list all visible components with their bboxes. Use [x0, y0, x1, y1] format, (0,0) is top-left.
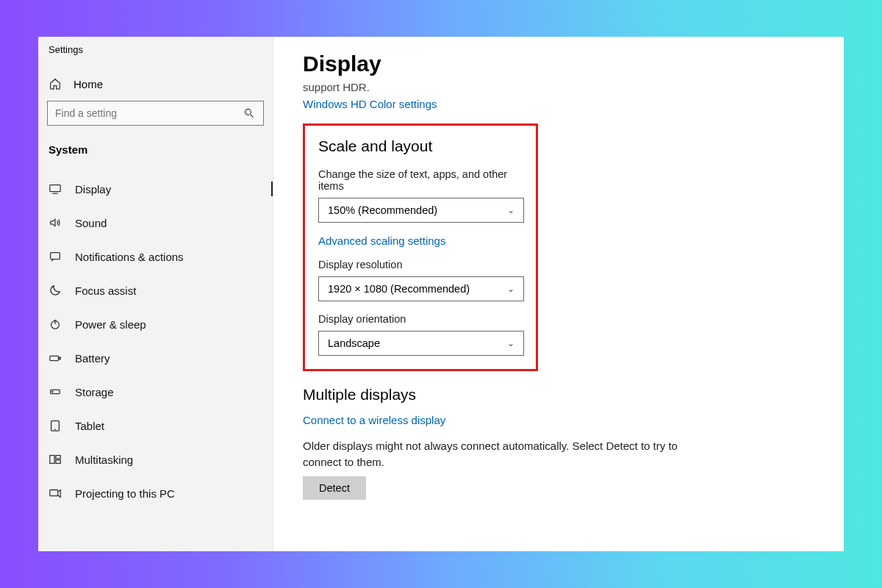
- resolution-dropdown[interactable]: 1920 × 1080 (Recommended) ⌄: [318, 276, 524, 301]
- battery-icon: [49, 351, 62, 365]
- sidebar-item-multitasking[interactable]: Multitasking: [38, 442, 273, 476]
- sidebar-item-display[interactable]: Display: [38, 172, 273, 206]
- search-field[interactable]: [55, 107, 226, 119]
- resolution-value: 1920 × 1080 (Recommended): [328, 283, 470, 295]
- text-size-label: Change the size of text, apps, and other…: [318, 168, 523, 192]
- hdr-settings-link[interactable]: Windows HD Color settings: [303, 98, 437, 110]
- sidebar-item-focus-assist[interactable]: Focus assist: [38, 273, 273, 307]
- sidebar-item-power[interactable]: Power & sleep: [38, 307, 273, 341]
- tablet-icon: [49, 419, 62, 432]
- svg-line-1: [251, 115, 254, 118]
- svg-rect-14: [56, 456, 60, 459]
- home-label: Home: [74, 78, 103, 90]
- sound-icon: [49, 216, 62, 229]
- nav-label: Storage: [75, 386, 114, 398]
- main-content: Display support HDR. Windows HD Color se…: [273, 37, 844, 551]
- svg-rect-7: [50, 356, 59, 360]
- nav-label: Sound: [75, 217, 107, 229]
- nav-label: Power & sleep: [75, 318, 146, 331]
- hdr-support-text: support HDR.: [303, 81, 814, 93]
- orientation-value: Landscape: [328, 337, 380, 349]
- wireless-display-link[interactable]: Connect to a wireless display: [303, 414, 445, 426]
- text-size-value: 150% (Recommended): [328, 204, 437, 216]
- advanced-scaling-link[interactable]: Advanced scaling settings: [318, 234, 445, 247]
- settings-window: Settings Home System Display: [38, 37, 844, 551]
- multitasking-icon: [49, 453, 62, 466]
- nav-label: Battery: [75, 352, 110, 365]
- sidebar-item-projecting[interactable]: Projecting to this PC: [38, 476, 273, 510]
- detect-button[interactable]: Detect: [303, 476, 366, 500]
- sidebar-item-tablet[interactable]: Tablet: [38, 409, 273, 442]
- nav-label: Projecting to this PC: [75, 487, 175, 500]
- nav-label: Focus assist: [75, 284, 136, 297]
- scale-heading: Scale and layout: [318, 137, 523, 155]
- svg-point-0: [245, 109, 251, 115]
- display-icon: [49, 182, 62, 196]
- svg-rect-4: [51, 253, 60, 259]
- orientation-label: Display orientation: [318, 313, 523, 325]
- svg-rect-8: [59, 357, 60, 359]
- orientation-dropdown[interactable]: Landscape ⌄: [318, 331, 524, 356]
- chevron-down-icon: ⌄: [507, 205, 514, 215]
- home-link[interactable]: Home: [38, 70, 273, 101]
- svg-rect-16: [50, 490, 58, 496]
- notifications-icon: [49, 250, 62, 263]
- sidebar-item-battery[interactable]: Battery: [38, 341, 273, 375]
- svg-rect-13: [50, 456, 54, 464]
- page-title: Display: [303, 51, 814, 76]
- scale-layout-section: Scale and layout Change the size of text…: [303, 123, 538, 371]
- text-size-dropdown[interactable]: 150% (Recommended) ⌄: [318, 198, 524, 223]
- search-icon: [243, 107, 256, 120]
- sidebar-category: System: [38, 139, 273, 165]
- sidebar-item-sound[interactable]: Sound: [38, 206, 273, 240]
- sidebar-item-storage[interactable]: Storage: [38, 375, 273, 409]
- projecting-icon: [49, 487, 62, 500]
- app-title: Settings: [38, 37, 273, 70]
- chevron-down-icon: ⌄: [507, 284, 514, 294]
- nav-label: Tablet: [75, 420, 104, 432]
- nav-label: Notifications & actions: [75, 251, 184, 263]
- svg-rect-15: [56, 460, 60, 464]
- storage-icon: [49, 385, 62, 398]
- nav-label: Multitasking: [75, 453, 133, 466]
- sidebar-item-notifications[interactable]: Notifications & actions: [38, 240, 273, 273]
- multiple-desc: Older displays might not always connect …: [303, 438, 714, 470]
- search-input[interactable]: [47, 101, 264, 126]
- nav-label: Display: [75, 183, 111, 196]
- svg-point-10: [52, 391, 53, 392]
- svg-rect-2: [50, 185, 60, 192]
- power-icon: [49, 318, 62, 331]
- multiple-displays-section: Multiple displays Connect to a wireless …: [303, 386, 714, 500]
- sidebar: Settings Home System Display: [38, 37, 273, 551]
- nav-list: Display Sound Notifications & actions Fo…: [38, 172, 273, 510]
- chevron-down-icon: ⌄: [507, 338, 514, 348]
- resolution-label: Display resolution: [318, 259, 523, 270]
- multiple-heading: Multiple displays: [303, 386, 714, 404]
- home-icon: [49, 77, 62, 90]
- focus-icon: [49, 284, 62, 297]
